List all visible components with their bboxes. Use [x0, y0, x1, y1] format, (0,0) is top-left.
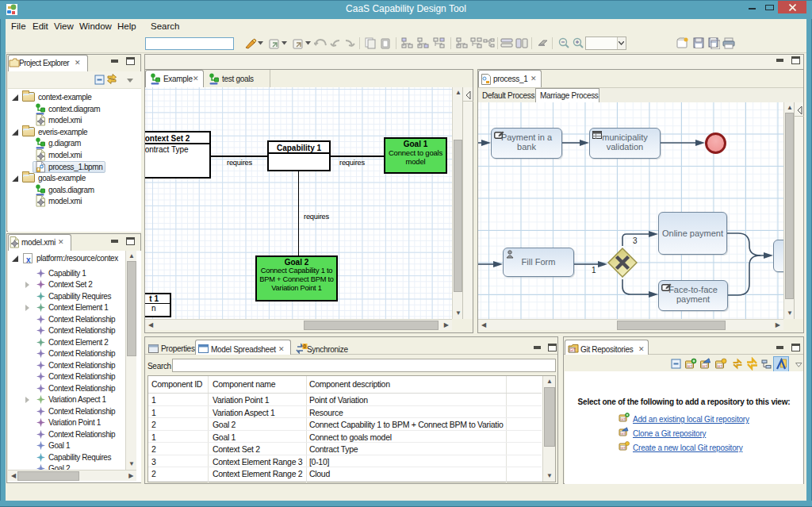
svg-text:GIT: GIT	[570, 348, 576, 352]
svg-text:GIT: GIT	[717, 364, 722, 368]
svg-text:1: 1	[592, 266, 596, 275]
svg-text:GIT: GIT	[702, 364, 707, 368]
svg-text:3: 3	[633, 236, 638, 245]
svg-text:GIT: GIT	[621, 418, 626, 421]
svg-text:GIT: GIT	[621, 447, 626, 450]
svg-text:0: 0	[303, 344, 306, 349]
svg-text:GIT: GIT	[621, 432, 626, 436]
svg-text:GIT: GIT	[687, 364, 692, 368]
